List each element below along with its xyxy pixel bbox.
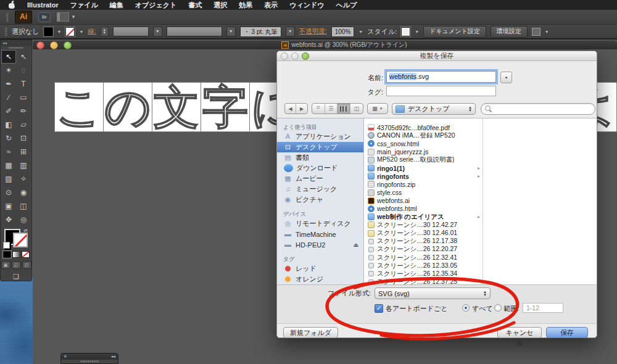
new-folder-button[interactable]: 新規フォルダ [283, 327, 338, 338]
type-tool-button[interactable]: T [16, 77, 31, 91]
gradient-tool-button[interactable]: ▨ [1, 172, 16, 186]
zoom-window-button[interactable] [64, 41, 72, 49]
magic-wand-tool-button[interactable]: ✶ [1, 64, 16, 77]
panel-toggle-icon[interactable] [532, 28, 540, 36]
filename-input[interactable]: webfonts.svg [386, 71, 496, 83]
draw-behind-button[interactable]: ◱ [12, 261, 21, 269]
artboard-tool-button[interactable]: ◫ [16, 199, 31, 213]
collapse-panel-icon[interactable]: ◂◂ [1, 40, 31, 46]
range-radio[interactable] [494, 304, 502, 312]
file-row[interactable]: スクリーンシ…30 12.42.27 [364, 221, 482, 229]
menu-effect[interactable]: 効果 [239, 1, 252, 10]
file-row[interactable]: ringofonts.zip [364, 180, 482, 188]
artboard-3[interactable]: 文 [152, 82, 201, 132]
symbol-sprayer-tool-button[interactable]: ◉ [16, 186, 31, 199]
hand-tool-button[interactable]: ✥ [1, 213, 16, 226]
variable-width-profile-dropdown[interactable] [167, 27, 222, 36]
draw-normal-button[interactable]: ▣ [1, 261, 10, 269]
sidebar-item-downloads[interactable]: ↓ダウンロード [277, 163, 363, 173]
chevron-down-icon[interactable]: ▼ [545, 30, 549, 34]
stroke-weight-dropdown[interactable] [113, 27, 149, 36]
chevron-down-icon[interactable]: ▼ [226, 27, 236, 36]
file-row[interactable]: スクリーンシ…26 12.33.05 [364, 262, 482, 270]
menu-app[interactable]: Illustrator [27, 1, 59, 9]
chevron-down-icon[interactable]: ▼ [358, 30, 363, 34]
sidebar-item-music[interactable]: ♫ミュージック [277, 184, 363, 194]
list-view-button[interactable]: ☰ [325, 104, 338, 114]
apple-menu-icon[interactable] [9, 1, 15, 9]
file-row[interactable]: CANON iMA…登録 MP520 [364, 131, 482, 139]
menu-help[interactable]: ヘルプ [336, 1, 357, 10]
rectangle-tool-button[interactable]: ▭ [16, 91, 31, 104]
action-menu-button[interactable]: ▦▼ [368, 104, 387, 114]
perspective-grid-tool-button[interactable]: ▦ [1, 159, 16, 172]
save-button[interactable]: 保存 [546, 327, 588, 338]
stroke-weight-stepper[interactable]: ▲▼ [101, 27, 109, 36]
sidebar-item-movies[interactable]: ▦ムービー [277, 173, 363, 184]
blend-tool-button[interactable]: ⊙ [1, 186, 16, 199]
minimize-window-button[interactable] [50, 41, 58, 49]
folder-row[interactable]: ringofonts▸ [364, 172, 482, 180]
sidebar-item-remote-disc[interactable]: ◎リモートディスク [277, 218, 363, 229]
zoom-dialog-button[interactable] [302, 52, 309, 60]
range-input[interactable]: 1-12 [523, 303, 563, 313]
opacity-value[interactable]: 100% [331, 27, 355, 37]
default-fill-stroke-icon[interactable] [3, 242, 10, 249]
file-row[interactable]: スクリーンシ…26 12.20.27 [364, 246, 482, 254]
file-row[interactable]: スクリーンシ…26 12.17.38 [364, 238, 482, 246]
sidebar-item-documents[interactable]: ▤書類 [277, 152, 363, 163]
menu-select[interactable]: 選択 [213, 1, 227, 10]
zoom-tool-button[interactable]: ◎ [16, 213, 31, 226]
cancel-button[interactable]: キャンセル [497, 327, 542, 338]
forward-button[interactable]: ▶ [296, 104, 307, 114]
file-row[interactable]: 43705d92fc…bfa0fee.pdf [364, 123, 482, 131]
direct-selection-tool-button[interactable]: ↖ [16, 50, 31, 64]
menu-object[interactable]: オブジェクト [135, 1, 177, 10]
search-input[interactable] [481, 103, 595, 115]
graphic-style-swatch[interactable] [401, 27, 410, 36]
preferences-button[interactable]: 環境設定 [491, 26, 528, 38]
mesh-tool-button[interactable]: ▥ [16, 159, 31, 172]
sidebar-item-hd-peu2[interactable]: ▬HD-PEU2⏏ [277, 239, 363, 250]
file-format-popup[interactable]: SVG (svg) ▲▼ [375, 287, 491, 299]
menu-view[interactable]: 表示 [264, 1, 278, 10]
file-row[interactable]: webfonts.html [364, 205, 482, 213]
eject-icon[interactable]: ⏏ [353, 242, 358, 248]
swap-fill-stroke-icon[interactable]: ⇄ [23, 228, 28, 233]
grip-handle[interactable] [9, 47, 23, 49]
width-tool-button[interactable]: ≈ [1, 145, 16, 159]
sidebar-item-applications[interactable]: Aアプリケーション [277, 131, 363, 142]
stroke-swatch[interactable] [13, 233, 28, 247]
chevron-down-icon[interactable]: ▼ [415, 30, 419, 34]
fill-color-swatch[interactable] [44, 27, 53, 36]
collapse-panel-icon[interactable]: ◂◂ [111, 354, 115, 360]
coverflow-view-button[interactable]: ◫ [350, 104, 363, 114]
chevron-down-icon[interactable]: ▼ [153, 27, 162, 36]
eraser-tool-button[interactable]: ▱ [16, 118, 31, 131]
document-setup-button[interactable]: ドキュメント設定 [423, 26, 486, 38]
eyedropper-tool-button[interactable]: ✧ [16, 172, 31, 186]
rotate-tool-button[interactable]: ↻ [1, 131, 16, 145]
artboard-1[interactable]: こ [54, 82, 104, 132]
column-graph-tool-button[interactable]: ▣ [1, 199, 16, 213]
line-tool-button[interactable]: ∕ [1, 91, 16, 104]
sidebar-item-pictures[interactable]: ◉ピクチャ [277, 194, 363, 205]
file-row[interactable]: スクリーンシ…26 12.32.41 [364, 254, 482, 262]
close-dialog-button[interactable] [281, 52, 288, 60]
sidebar-item-desktop[interactable]: ⊡デスクトップ [277, 142, 363, 152]
artboard-4[interactable]: 字 [201, 82, 250, 132]
file-row[interactable]: スクリーンシ…26 12.35.34 [364, 270, 482, 278]
lasso-tool-button[interactable]: ◌ [16, 64, 31, 77]
draw-inside-button[interactable]: ◰ [22, 261, 31, 269]
file-row[interactable]: style.css [364, 189, 482, 197]
artboard-2[interactable]: の [103, 82, 152, 132]
free-transform-tool-button[interactable]: ⊡ [16, 131, 31, 145]
color-button[interactable] [3, 251, 11, 258]
pencil-tool-button[interactable]: ✏ [16, 104, 31, 118]
sidebar-item-tag-orange[interactable]: オレンジ [277, 274, 363, 284]
brush-definition-value[interactable]: ・ 3 pt. 丸筆 [240, 27, 281, 37]
menu-window[interactable]: ウィンドウ [289, 1, 324, 10]
arrange-documents-button[interactable]: ▼ [57, 12, 76, 22]
file-row[interactable]: css_snow.html [364, 139, 482, 147]
blob-brush-tool-button[interactable]: ◧ [1, 118, 16, 131]
